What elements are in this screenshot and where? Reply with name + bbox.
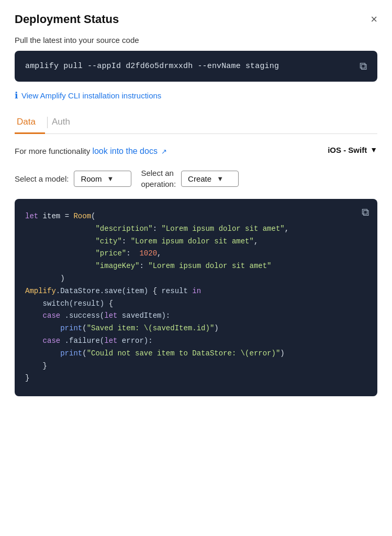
code-line-10: print("Saved item: \(savedItem.id)") [25,322,367,335]
info-icon: ℹ [15,90,18,101]
amplify-cli-link[interactable]: View Amplify CLI installation instructio… [21,91,161,100]
model-value: Room [81,174,102,183]
operation-value: Create [188,174,211,183]
code-line-11: case .failure(let error): [25,335,367,348]
code-line-3: "city": "Lorem ipsum dolor sit amet", [25,236,367,248]
code-line-13: } [25,360,367,373]
model-selector-group: Select a model: Room ▼ [15,171,131,187]
code-line-8: switch(result) { [25,298,367,310]
functionality-prefix: For more functionality [15,147,92,155]
code-line-14: } [25,372,367,385]
operation-dropdown[interactable]: Create ▼ [181,171,239,187]
operation-selector-label: Select an operation: [141,168,176,189]
pull-command-text: amplify pull --appId d2fd6o5drmxxdh --en… [25,62,279,71]
copy-command-icon[interactable]: ⧉ [360,60,367,72]
tabs-row: Data Auth [15,113,377,134]
code-line-2: "description": "Lorem ipsum dolor sit am… [25,223,367,236]
modal-header: Deployment Status × [15,13,377,26]
code-content: let item = Room( "description": "Lorem i… [25,210,367,385]
pull-label: Pull the latest into your source code [15,36,377,44]
functionality-row: For more functionality look into the doc… [15,146,377,158]
model-dropdown[interactable]: Room ▼ [74,171,131,187]
tab-divider [47,117,48,128]
code-line-4: "price": 1020, [25,248,367,260]
tab-auth[interactable]: Auth [50,113,80,134]
model-selector-label: Select a model: [15,174,69,183]
code-line-7: Amplify.DataStore.save(item) { result in [25,285,367,298]
external-link-icon: ↗ [161,148,167,155]
code-line-5: "imageKey": "Lorem ipsum dolor sit amet" [25,260,367,273]
code-line-12: print("Could not save item to DataStore:… [25,348,367,360]
platform-chevron-icon: ▼ [370,146,377,154]
deployment-status-modal: Deployment Status × Pull the latest into… [0,0,392,536]
code-line-1: let item = Room( [25,210,367,223]
platform-label: iOS - Swift [328,146,367,154]
tab-data[interactable]: Data [15,113,45,134]
model-chevron-icon: ▼ [107,175,114,183]
close-button[interactable]: × [371,14,377,25]
code-line-6: ) [25,273,367,285]
docs-link[interactable]: look into the docs ↗ [92,147,167,155]
copy-code-button[interactable]: ⧉ [362,206,369,218]
selectors-row: Select a model: Room ▼ Select an operati… [15,168,377,189]
code-block: ⧉ let item = Room( "description": "Lorem… [15,199,377,396]
functionality-text-block: For more functionality look into the doc… [15,146,167,158]
pull-command-block: amplify pull --appId d2fd6o5drmxxdh --en… [15,51,377,82]
operation-selector-group: Select an operation: Create ▼ [141,168,239,189]
platform-dropdown[interactable]: iOS - Swift ▼ [328,146,377,154]
code-line-9: case .success(let savedItem): [25,310,367,322]
amplify-link-row: ℹ View Amplify CLI installation instruct… [15,90,377,101]
operation-chevron-icon: ▼ [217,175,223,183]
modal-title: Deployment Status [15,13,119,26]
